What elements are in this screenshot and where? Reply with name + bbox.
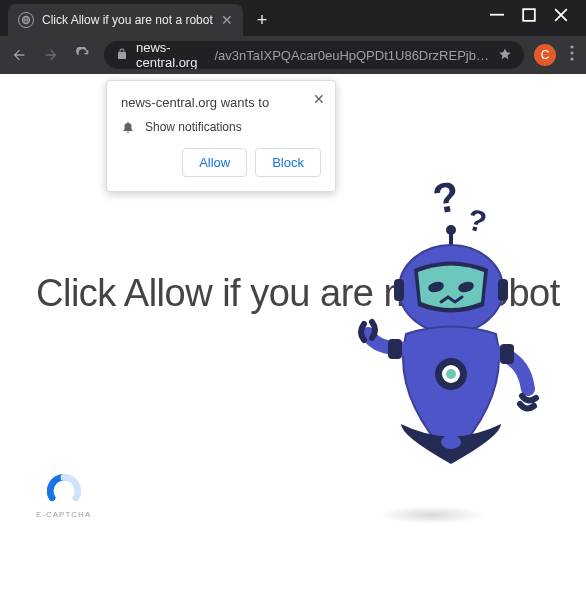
svg-text:?: ? (465, 203, 490, 239)
close-prompt-icon[interactable]: ✕ (313, 91, 325, 107)
back-button[interactable] (8, 44, 30, 66)
tab-title: Click Allow if you are not a robot (42, 13, 213, 27)
prompt-body: Show notifications (121, 120, 321, 134)
close-tab-icon[interactable]: ✕ (221, 12, 233, 28)
window-controls (490, 0, 586, 30)
svg-point-4 (570, 57, 573, 60)
url-domain: news-central.org (136, 41, 206, 69)
svg-rect-14 (498, 279, 508, 301)
captcha-icon (47, 474, 81, 508)
menu-button[interactable] (566, 45, 578, 65)
bookmark-icon[interactable] (498, 47, 512, 64)
browser-tab[interactable]: Click Allow if you are not a robot ✕ (8, 4, 243, 36)
svg-point-8 (446, 225, 456, 235)
address-bar[interactable]: news-central.org/av3nTaIXPQAcar0euHpQPDt… (104, 41, 524, 69)
svg-rect-19 (388, 339, 402, 359)
block-button[interactable]: Block (255, 148, 321, 177)
notification-prompt: news-central.org wants to ✕ Show notific… (106, 80, 336, 192)
svg-point-3 (570, 51, 573, 54)
globe-icon (18, 12, 34, 28)
captcha-label: E-CAPTCHA (36, 510, 91, 519)
svg-rect-0 (490, 14, 504, 16)
minimize-button[interactable] (490, 8, 504, 22)
reload-button[interactable] (72, 44, 94, 66)
svg-text:?: ? (429, 174, 462, 223)
maximize-button[interactable] (522, 8, 536, 22)
svg-rect-1 (523, 9, 535, 21)
new-tab-button[interactable]: + (243, 4, 282, 36)
prompt-title: news-central.org wants to (121, 95, 321, 110)
browser-toolbar: news-central.org/av3nTaIXPQAcar0euHpQPDt… (0, 36, 586, 74)
profile-button[interactable]: C (534, 44, 556, 66)
robot-shadow (376, 506, 486, 524)
page-content: news-central.org wants to ✕ Show notific… (0, 74, 586, 600)
allow-button[interactable]: Allow (182, 148, 247, 177)
url-path: /av3nTaIXPQAcar0euHpQPDt1U86DrzREPjbMyQG… (214, 48, 490, 63)
prompt-permission-label: Show notifications (145, 120, 242, 134)
svg-rect-13 (394, 279, 404, 301)
lock-icon (116, 48, 128, 63)
captcha-badge: E-CAPTCHA (36, 474, 91, 519)
svg-rect-20 (500, 344, 514, 364)
forward-button[interactable] (40, 44, 62, 66)
robot-illustration: ? ? (306, 174, 556, 514)
svg-point-17 (446, 369, 456, 379)
bell-icon (121, 120, 135, 134)
svg-point-18 (441, 435, 461, 449)
svg-point-2 (570, 45, 573, 48)
prompt-actions: Allow Block (121, 148, 321, 177)
close-window-button[interactable] (554, 8, 568, 22)
